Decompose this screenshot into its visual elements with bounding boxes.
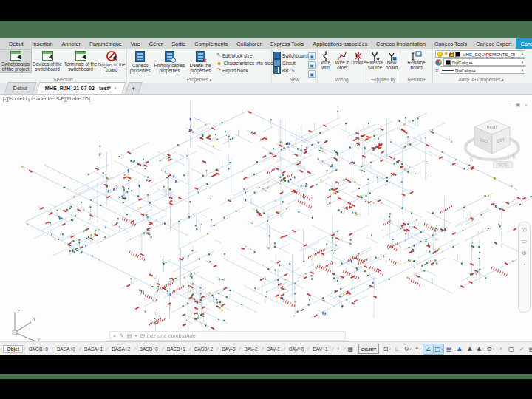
command-input[interactable]: Entrez une commande — [140, 332, 195, 339]
external-source-button[interactable]: External source — [366, 50, 383, 71]
drawing-viewport[interactable] — [0, 95, 532, 341]
viewport-close-icon[interactable]: × — [523, 102, 529, 108]
new-drawing-tab-button[interactable]: + — [126, 82, 143, 94]
command-line[interactable]: × ✎ ▤ ▾ Entrez une commande — [109, 331, 346, 341]
view-cube[interactable]: HAUT SUD EST S E — [464, 112, 520, 179]
lineweight-icon[interactable]: ▤ — [444, 344, 454, 354]
ucs-chip[interactable]: SCG — [493, 161, 513, 168]
rename-board-button[interactable]: Rename board — [402, 50, 432, 71]
close-icon[interactable]: × — [114, 86, 117, 91]
layout-tab[interactable]: BAV-2 — [242, 346, 261, 352]
steering-wheel-icon[interactable]: ◎ — [522, 226, 527, 233]
export-block-button[interactable]: ↷ Export block — [216, 66, 271, 74]
ribbon-tab-collaborer[interactable]: Collaborer — [232, 38, 266, 49]
primary-cables-properties-button[interactable]: Primary cables properties — [154, 50, 186, 74]
color-value: DuCalque — [452, 60, 473, 65]
layout-tab[interactable]: BAV+1 — [310, 346, 330, 352]
layer-dropdown[interactable]: ✹ MHE_EQUIPEMENTS_RI ▾ — [435, 50, 525, 58]
recent-commands-icon[interactable]: ▤ — [127, 333, 132, 339]
workspace-switching-icon[interactable]: ⚙▾ — [485, 344, 495, 354]
ribbon-tab-sortie[interactable]: Sortie — [167, 38, 190, 49]
ribbon-tab-applications-associees[interactable]: Applications associées — [308, 38, 372, 49]
customize-command-icon[interactable]: ✎ — [119, 333, 123, 339]
new-board-button[interactable]: New board — [383, 50, 400, 71]
annotation-monitor-icon[interactable]: + — [496, 344, 505, 354]
file-tab-bar: Début MHE_RJH_21-07-02 - test* × + — [0, 83, 532, 95]
ribbon-tab-caneco-tools[interactable]: Caneco Tools — [430, 38, 471, 49]
new-switchboard-variant-icon[interactable]: ▣ — [308, 52, 316, 60]
layout-tab[interactable]: BAV-1 — [264, 346, 283, 352]
ribbon-tab-insertion[interactable]: Insertion — [27, 38, 57, 49]
layout-tab[interactable]: BASA+0 — [54, 346, 78, 352]
ortho-mode-icon[interactable]: ∟ — [392, 344, 402, 354]
origins-of-board-button[interactable]: Origins of the board — [98, 50, 126, 73]
navigation-bar[interactable]: ◎ ▭ ⊕ ◔ — [518, 222, 531, 313]
file-tab-debut[interactable]: Début — [4, 82, 36, 94]
orbit-icon[interactable]: ◔ — [522, 262, 526, 268]
add-layout-button[interactable]: + — [334, 346, 343, 352]
grid-display-icon[interactable]: ⊞▾ — [382, 344, 392, 354]
model-space-button[interactable]: OBJET — [358, 344, 380, 354]
panel-expand-icon[interactable]: ▾ — [210, 78, 212, 82]
button-label: Wire in order — [334, 61, 352, 71]
svg-text:E: E — [513, 154, 516, 159]
ribbon-tab-parametrique[interactable]: Paramétrique — [85, 38, 126, 49]
pan-icon[interactable]: ▭ — [522, 238, 528, 245]
new-circuit-button[interactable]: Circuit — [273, 59, 308, 66]
devices-of-switchboard-button[interactable]: Devices of the switchboard — [31, 50, 64, 72]
characteristics-into-block-button[interactable]: ☻ Characteristics into block — [216, 59, 271, 66]
wire-in-order-button[interactable]: Wire in order — [334, 50, 352, 71]
ribbon-tab-express-tools[interactable]: Express Tools — [266, 38, 308, 49]
file-tab-current-drawing[interactable]: MHE_RJH_21-07-02 - test* × — [36, 82, 126, 94]
layout-tab[interactable]: BASB+0 — [137, 346, 161, 352]
graphics-performance-icon[interactable]: ✓ — [516, 344, 526, 354]
isodraft-icon[interactable]: ∠ — [423, 344, 433, 354]
svg-text:Y: Y — [33, 316, 36, 321]
wire-with-button[interactable]: Wire with — [318, 50, 334, 71]
ribbon-group-supplied-by: External source New board Supplied by — [366, 49, 400, 83]
layout-tab[interactable]: BASB+1 — [164, 346, 188, 352]
ribbon-tab-gerer[interactable]: Gérer — [145, 38, 168, 49]
layout-quick-view-icon[interactable]: ▦ — [346, 344, 355, 354]
layout-tab[interactable]: BASA+2 — [109, 346, 133, 352]
delete-properties-button[interactable]: Delete the properties — [185, 50, 215, 74]
ribbon-tab-vue[interactable]: Vue — [126, 38, 145, 49]
edit-block-size-button[interactable]: ✎ Edit block size — [216, 52, 271, 59]
polar-tracking-icon[interactable]: ↻▾ — [403, 344, 412, 354]
zoom-icon[interactable]: ⊕ — [522, 250, 527, 256]
viewport-minimize-icon[interactable]: – — [507, 102, 513, 108]
object-snap-tracking-icon[interactable]: ⌖▾ — [413, 344, 423, 354]
layout-tab[interactable]: BAGB+0 — [26, 346, 51, 352]
new-circuit-variant-icon[interactable]: ▣ — [308, 61, 316, 69]
ribbon-tab-caneco-expert[interactable]: Caneco Expert — [471, 38, 516, 49]
annotation-visibility-icon[interactable]: ♟ — [454, 344, 464, 354]
quick-properties-icon[interactable]: ▢ — [506, 344, 516, 354]
object-snap-icon[interactable]: ◳▾ — [434, 344, 443, 354]
terminals-of-switchboard-button[interactable]: Terminals of the switchboard — [64, 50, 98, 72]
close-icon[interactable]: × — [113, 333, 116, 339]
layout-tab[interactable]: BASB+2 — [191, 346, 216, 352]
ribbon-tab-annoter[interactable]: Annoter — [57, 38, 85, 49]
linetype-dropdown[interactable]: DuCalque ▾ — [440, 66, 525, 74]
ribbon-tab-complements[interactable]: Compléments — [190, 38, 232, 49]
layout-tab[interactable]: BAV+0 — [286, 346, 307, 352]
caneco-properties-button[interactable]: Caneco properties — [127, 50, 154, 74]
viewport-controls-label[interactable]: [-][Isométrique orientée S-E][Filaire 2D… — [3, 96, 90, 101]
annotation-autoscale-icon[interactable]: ♟ — [465, 344, 474, 354]
color-dropdown[interactable]: DuCalque ▾ — [443, 58, 525, 66]
annotation-scale-icon[interactable]: ♟▾ — [475, 344, 485, 354]
ribbon-tab-caneco-switchboards[interactable]: Caneco Switchboards — [516, 38, 532, 49]
new-bbts-button[interactable]: BBTS — [273, 66, 308, 74]
switchboards-of-project-button[interactable]: Switchboards of the project — [0, 50, 31, 72]
linetype-sample — [442, 70, 454, 71]
ribbon-tab-debut[interactable]: Début — [4, 38, 27, 49]
layout-tab[interactable]: BASA+1 — [81, 346, 106, 352]
layout-tab-objet[interactable]: Objet — [3, 345, 23, 353]
viewport-restore-icon[interactable]: ▣ — [515, 102, 521, 108]
ribbon-tab-caneco-implantation[interactable]: Caneco Implantation — [372, 38, 430, 49]
panel-expand-icon[interactable]: ▾ — [502, 78, 504, 82]
unwire-button[interactable]: Unwire — [351, 50, 366, 66]
isolate-objects-icon[interactable]: ▤ — [527, 344, 532, 354]
new-switchboard-button[interactable]: Switchboard — [273, 52, 308, 59]
layout-tab[interactable]: BAV-3 — [219, 346, 238, 352]
